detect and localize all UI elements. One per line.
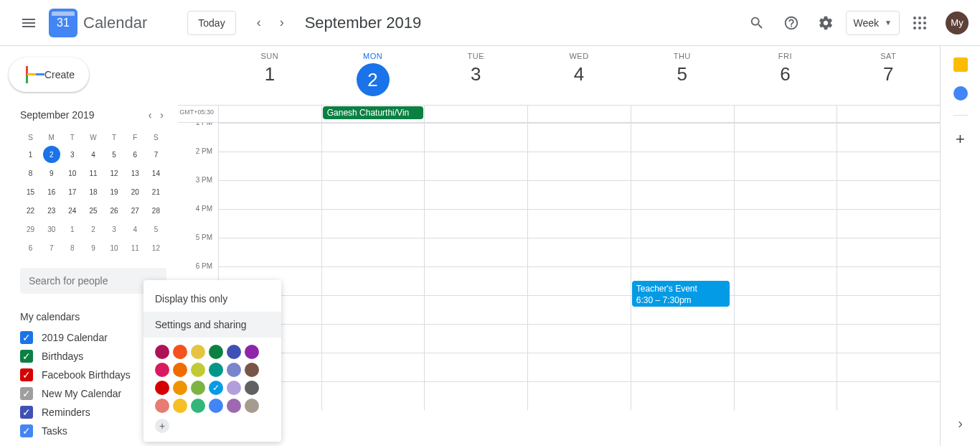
day-header[interactable]: FRI6 [734,46,837,105]
day-header[interactable]: SUN1 [218,46,321,105]
account-avatar[interactable]: My [946,11,969,34]
time-cell[interactable] [631,325,734,353]
tasks-icon[interactable] [953,86,968,101]
mini-day[interactable]: 26 [105,202,123,219]
color-option[interactable]: ✓ [209,381,223,395]
mini-day[interactable]: 7 [147,146,164,163]
color-option[interactable] [155,345,169,359]
display-only-item[interactable]: Display this only [143,286,281,312]
time-cell[interactable] [631,210,734,238]
time-cell[interactable] [837,210,940,238]
time-cell[interactable] [527,124,631,152]
time-cell[interactable] [424,124,527,152]
time-cell[interactable] [321,267,425,295]
calendar-checkbox[interactable]: ✓ [20,406,33,419]
mini-day[interactable]: 1 [22,146,39,163]
color-option[interactable] [173,381,187,395]
time-cell[interactable] [424,325,527,353]
color-option[interactable] [209,363,223,377]
calendar-checkbox[interactable]: ✓ [20,331,33,344]
mini-day[interactable]: 22 [22,202,39,219]
time-cell[interactable] [218,124,321,152]
calendar-checkbox[interactable]: ✓ [20,424,33,437]
view-selector[interactable]: Week ▼ [846,11,900,35]
day-header[interactable]: THU5 [631,46,734,105]
mini-day[interactable]: 20 [126,183,143,200]
mini-day[interactable]: 23 [43,202,60,219]
mini-day[interactable]: 3 [105,220,123,238]
mini-day[interactable]: 8 [64,239,81,256]
add-addon-icon[interactable]: + [956,130,965,149]
settings-icon[interactable] [811,9,840,37]
collapse-panel-icon[interactable]: › [958,415,963,432]
time-cell[interactable] [734,152,837,180]
search-icon[interactable] [743,9,771,37]
mini-day[interactable]: 25 [85,202,102,219]
add-custom-color[interactable]: + [155,419,169,433]
mini-day[interactable]: 16 [43,183,60,200]
color-option[interactable] [173,363,187,377]
mini-day[interactable]: 17 [64,183,81,200]
time-cell[interactable] [837,353,940,381]
color-option[interactable] [173,345,187,359]
time-cell[interactable] [734,267,837,295]
main-menu-icon[interactable] [11,6,46,40]
time-cell[interactable] [837,325,940,353]
mini-day[interactable]: 1 [64,220,81,238]
settings-sharing-item[interactable]: Settings and sharing [143,312,281,338]
color-option[interactable] [155,381,169,395]
color-option[interactable] [227,363,241,377]
mini-day[interactable]: 4 [85,146,102,163]
time-cell[interactable] [631,152,734,180]
time-cell[interactable] [218,238,321,266]
time-cell[interactable] [218,210,321,238]
time-cell[interactable] [734,353,837,381]
allday-cell[interactable] [631,106,734,122]
mini-day[interactable]: 2 [85,220,102,238]
time-cell[interactable] [734,124,837,152]
time-cell[interactable] [734,210,837,238]
time-cell[interactable] [321,238,425,266]
mini-day[interactable]: 15 [22,183,39,200]
color-option[interactable] [209,399,223,413]
allday-event[interactable]: Ganesh Chaturthi/Vin [323,106,424,119]
mini-day[interactable]: 5 [147,220,164,238]
time-cell[interactable] [631,181,734,209]
time-cell[interactable] [218,152,321,180]
time-cell[interactable] [527,210,631,238]
mini-day[interactable]: 19 [105,183,123,200]
time-cell[interactable] [321,181,425,209]
time-cell[interactable] [734,181,837,209]
next-week-button[interactable]: › [270,11,293,34]
time-cell[interactable] [837,267,940,295]
day-header[interactable]: SAT7 [837,46,940,105]
mini-day[interactable]: 7 [43,239,60,256]
time-cell[interactable] [424,382,527,410]
time-cell[interactable] [734,382,837,410]
time-cell[interactable] [837,152,940,180]
mini-day[interactable]: 13 [126,164,143,182]
allday-cell[interactable] [837,106,940,122]
day-header[interactable]: WED4 [527,46,631,105]
color-option[interactable] [245,399,259,413]
time-cell[interactable] [527,152,631,180]
allday-cell[interactable] [218,106,321,122]
keep-icon[interactable] [953,57,968,72]
time-cell[interactable] [631,382,734,410]
mini-day[interactable]: 10 [64,164,81,182]
color-option[interactable] [191,399,205,413]
time-cell[interactable] [424,238,527,266]
time-grid[interactable]: 1 PM2 PM3 PM4 PM5 PM6 PM7 PM8 PM9 PM10 P… [178,123,940,446]
time-cell[interactable] [321,296,425,324]
mini-day[interactable]: 27 [126,202,143,219]
mini-day[interactable]: 24 [64,202,81,219]
mini-day[interactable]: 6 [126,146,143,163]
time-cell[interactable] [631,238,734,266]
time-cell[interactable] [321,152,425,180]
day-header[interactable]: MON2 [321,46,425,105]
time-cell[interactable] [321,325,425,353]
time-cell[interactable] [837,181,940,209]
time-cell[interactable] [527,353,631,381]
mini-day[interactable]: 3 [64,146,81,163]
calendar-checkbox[interactable]: ✓ [20,387,33,400]
